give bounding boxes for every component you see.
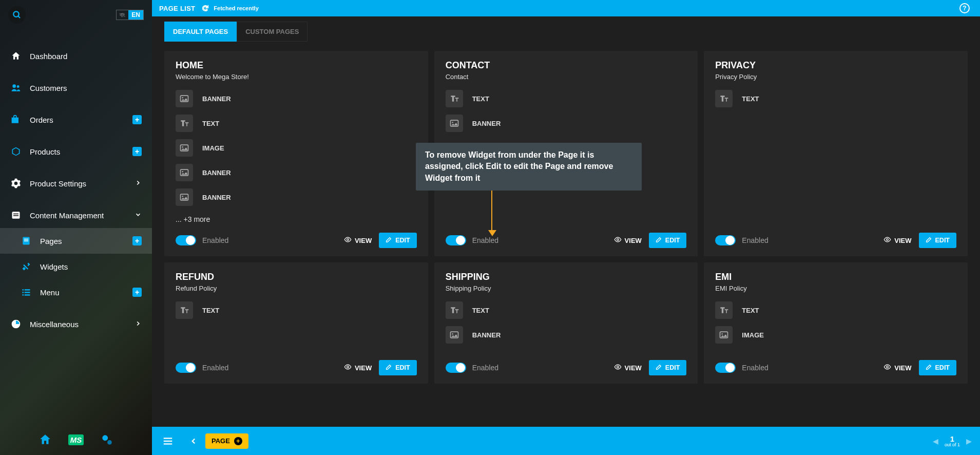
widget-label: BANNER	[202, 169, 231, 177]
pencil-icon	[926, 236, 932, 244]
refresh-button[interactable]	[201, 4, 209, 12]
sidebar-item-label: Customers	[30, 84, 67, 92]
widget-row[interactable]: IMAGE	[176, 139, 417, 157]
widget-row[interactable]: BANNER	[446, 115, 687, 132]
view-button[interactable]: VIEW	[614, 236, 642, 245]
sidebar-item-content-management[interactable]: Content Management	[0, 202, 152, 228]
tab-default-pages[interactable]: DEFAULT PAGES	[164, 22, 237, 42]
pager-next[interactable]: ▶	[966, 437, 972, 445]
language-switcher[interactable]: বাং EN	[116, 10, 144, 20]
view-button[interactable]: VIEW	[344, 363, 372, 372]
widget-row[interactable]: BANNER	[176, 90, 417, 107]
new-page-button[interactable]: PAGE +	[205, 433, 248, 449]
sidebar-item-miscellaneous[interactable]: Miscellaneous	[0, 311, 152, 337]
sidebar-item-product-settings[interactable]: Product Settings	[0, 170, 152, 196]
enabled-label: Enabled	[202, 236, 228, 244]
sidebar-item-label: Content Management	[30, 211, 104, 220]
sidebar-item-orders[interactable]: Orders +	[0, 107, 152, 132]
widget-list: TEXTBANNER	[446, 90, 687, 139]
edit-button[interactable]: EDIT	[919, 233, 956, 248]
page-card: HOMEWelcome to Mega Store!BANNERTEXTIMAG…	[164, 51, 428, 256]
widget-row[interactable]: BANNER	[446, 326, 687, 344]
back-button[interactable]	[186, 437, 201, 446]
widget-row[interactable]: BANNER	[176, 188, 417, 206]
view-button[interactable]: VIEW	[883, 236, 911, 245]
lang-en[interactable]: EN	[128, 10, 143, 20]
pager: ◀ 1 out of 1 ▶	[933, 434, 972, 447]
enabled-toggle[interactable]	[176, 363, 196, 373]
sidebar-item-dashboard[interactable]: Dashboard	[0, 43, 152, 69]
enabled-label: Enabled	[742, 236, 768, 244]
eye-icon	[344, 363, 352, 372]
text-icon	[446, 301, 463, 319]
enabled-toggle[interactable]	[715, 235, 736, 245]
sidebar-footer: MS	[0, 424, 152, 455]
pager-prev[interactable]: ◀	[933, 437, 938, 445]
widget-row[interactable]: TEXT	[446, 90, 687, 107]
sidebar-item-products[interactable]: Products +	[0, 139, 152, 164]
enabled-toggle[interactable]	[446, 363, 466, 373]
widget-row[interactable]: BANNER	[176, 164, 417, 181]
widget-row[interactable]: TEXT	[446, 301, 687, 319]
bag-icon	[10, 114, 22, 125]
sidebar: বাং EN Dashboard Customers Orders + Prod…	[0, 0, 152, 455]
search-icon	[12, 10, 22, 20]
enabled-toggle[interactable]	[715, 363, 736, 373]
search-button[interactable]	[8, 6, 26, 24]
svg-point-30	[887, 239, 889, 241]
gear-icon	[10, 178, 22, 189]
sidebar-item-menu[interactable]: Menu +	[0, 279, 152, 305]
enabled-toggle[interactable]	[446, 235, 466, 245]
card-subtitle: Privacy Policy	[715, 73, 956, 81]
svg-point-3	[17, 85, 20, 88]
sidebar-item-widgets[interactable]: Widgets	[0, 254, 152, 279]
widget-row[interactable]: TEXT	[715, 301, 956, 319]
add-menu-button[interactable]: +	[132, 288, 142, 297]
card-footer: EnabledVIEWEDIT	[715, 351, 956, 375]
widget-row[interactable]: TEXT	[176, 301, 417, 319]
widget-list: TEXTIMAGE	[715, 301, 956, 351]
edit-button[interactable]: EDIT	[649, 360, 686, 375]
svg-point-19	[182, 97, 183, 99]
view-button[interactable]: VIEW	[614, 363, 642, 372]
footer-ms-badge[interactable]: MS	[68, 432, 84, 447]
widget-label: BANNER	[202, 194, 231, 201]
tools-icon	[21, 261, 32, 272]
tooltip: To remove Widget from under the Page it …	[416, 143, 642, 191]
view-button[interactable]: VIEW	[883, 363, 911, 372]
sidebar-item-label: Pages	[40, 237, 62, 245]
add-product-button[interactable]: +	[132, 147, 142, 156]
footer-home-button[interactable]	[37, 432, 53, 447]
pencil-icon	[386, 236, 392, 244]
edit-button[interactable]: EDIT	[919, 360, 956, 375]
chevron-right-icon	[134, 320, 142, 329]
view-button[interactable]: VIEW	[344, 236, 372, 245]
add-page-button[interactable]: +	[132, 236, 142, 245]
svg-point-2	[12, 84, 16, 88]
lang-bn[interactable]: বাং	[117, 10, 128, 20]
help-button[interactable]: ?	[959, 3, 970, 13]
card-title: REFUND	[176, 272, 417, 282]
card-footer: EnabledVIEWEDIT	[715, 223, 956, 248]
sidebar-item-customers[interactable]: Customers	[0, 75, 152, 101]
menu-button[interactable]	[160, 435, 176, 447]
add-order-button[interactable]: +	[132, 115, 142, 124]
edit-button[interactable]: EDIT	[649, 233, 686, 248]
widget-row[interactable]: IMAGE	[715, 326, 956, 344]
edit-button[interactable]: EDIT	[379, 360, 416, 375]
widget-row[interactable]: TEXT	[715, 90, 956, 107]
widget-row[interactable]: TEXT	[176, 115, 417, 132]
fetched-status: Fetched recently	[214, 5, 258, 11]
pages-icon	[21, 235, 32, 247]
footer-settings-button[interactable]	[99, 432, 114, 447]
tab-custom-pages[interactable]: CUSTOM PAGES	[237, 22, 308, 42]
page-card: REFUNDRefund PolicyTEXTEnabledVIEWEDIT	[164, 262, 428, 384]
sidebar-item-pages[interactable]: Pages +	[0, 228, 152, 254]
enabled-toggle[interactable]	[176, 235, 196, 245]
svg-rect-10	[23, 289, 24, 291]
svg-rect-8	[24, 239, 28, 240]
edit-button[interactable]: EDIT	[379, 233, 416, 248]
chevron-right-icon	[134, 179, 142, 188]
card-subtitle: EMI Policy	[715, 285, 956, 292]
widget-label: TEXT	[472, 307, 489, 314]
